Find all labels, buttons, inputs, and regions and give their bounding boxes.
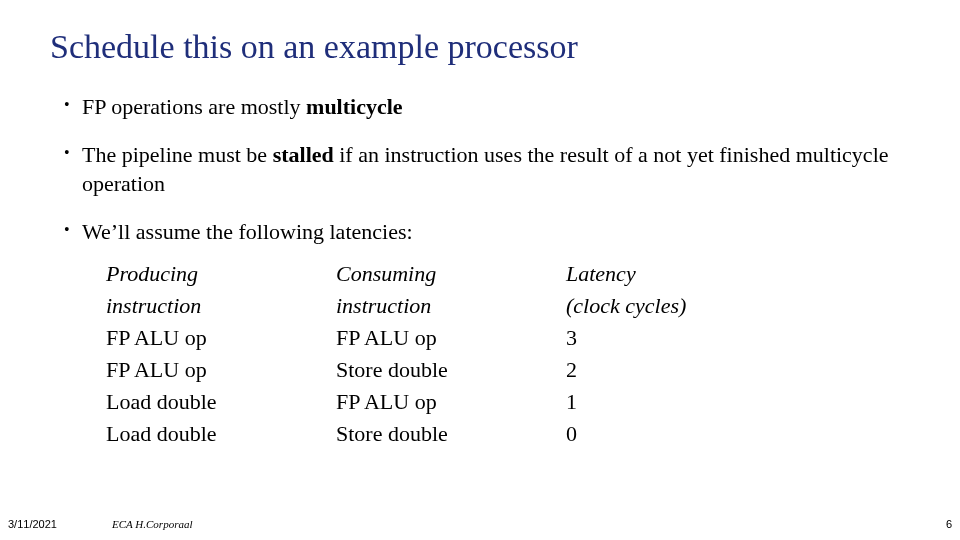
bullet-list: • FP operations are mostly multicycle • … (64, 92, 910, 265)
cell-latency: 3 (566, 322, 746, 354)
bullet-text: The pipeline must be stalled if an instr… (82, 140, 910, 199)
cell-consuming: FP ALU op (336, 386, 566, 418)
bullet-text: We’ll assume the following latencies: (82, 217, 910, 247)
bullet-dot-icon: • (64, 140, 82, 199)
header-consuming-sub: instruction (336, 290, 566, 322)
bullet-item: • The pipeline must be stalled if an ins… (64, 140, 910, 199)
cell-latency: 1 (566, 386, 746, 418)
bullet-dot-icon: • (64, 217, 82, 247)
slide-title: Schedule this on an example processor (50, 28, 578, 66)
cell-consuming: FP ALU op (336, 322, 566, 354)
text-span: The pipeline must be (82, 142, 273, 167)
table-row: FP ALU op FP ALU op 3 (106, 322, 746, 354)
cell-producing: FP ALU op (106, 322, 336, 354)
footer-author: ECA H.Corporaal (112, 518, 192, 530)
bullet-item: • FP operations are mostly multicycle (64, 92, 910, 122)
cell-latency: 2 (566, 354, 746, 386)
header-producing-sub: instruction (106, 290, 336, 322)
table-row: FP ALU op Store double 2 (106, 354, 746, 386)
cell-producing: Load double (106, 386, 336, 418)
footer-page-number: 6 (946, 518, 952, 530)
bold-span: multicycle (306, 94, 403, 119)
cell-consuming: Store double (336, 418, 566, 450)
header-producing: Producing (106, 258, 336, 290)
bullet-text: FP operations are mostly multicycle (82, 92, 910, 122)
footer-date: 3/11/2021 (8, 518, 57, 530)
bullet-item: • We’ll assume the following latencies: (64, 217, 910, 247)
header-consuming: Consuming (336, 258, 566, 290)
latency-table: Producing Consuming Latency instruction … (106, 258, 746, 450)
bold-span: stalled (273, 142, 334, 167)
cell-latency: 0 (566, 418, 746, 450)
slide: Schedule this on an example processor • … (0, 0, 960, 540)
header-latency-sub: (clock cycles) (566, 290, 746, 322)
table-header-row: Producing Consuming Latency (106, 258, 746, 290)
cell-producing: Load double (106, 418, 336, 450)
table-header-row: instruction instruction (clock cycles) (106, 290, 746, 322)
bullet-dot-icon: • (64, 92, 82, 122)
table-row: Load double FP ALU op 1 (106, 386, 746, 418)
table-row: Load double Store double 0 (106, 418, 746, 450)
cell-producing: FP ALU op (106, 354, 336, 386)
cell-consuming: Store double (336, 354, 566, 386)
text-span: FP operations are mostly (82, 94, 306, 119)
header-latency: Latency (566, 258, 746, 290)
